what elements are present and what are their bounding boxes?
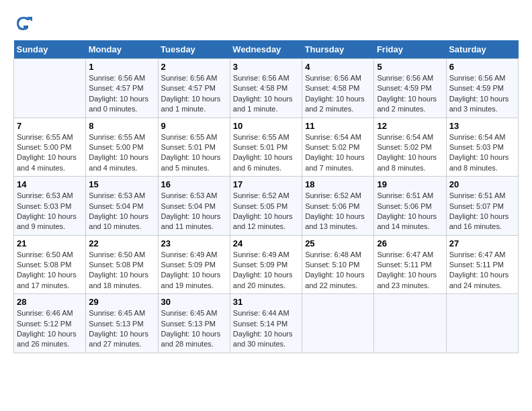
day-number: 12	[377, 121, 443, 131]
calendar-cell: 13Sunrise: 6:54 AMSunset: 5:03 PMDayligh…	[446, 118, 518, 177]
day-info: Sunrise: 6:54 AMSunset: 5:02 PMDaylight:…	[377, 132, 443, 174]
day-number: 15	[89, 179, 154, 189]
calendar-cell: 21Sunrise: 6:50 AMSunset: 5:08 PMDayligh…	[14, 235, 86, 294]
calendar-cell: 19Sunrise: 6:51 AMSunset: 5:06 PMDayligh…	[374, 177, 446, 236]
calendar-cell: 12Sunrise: 6:54 AMSunset: 5:02 PMDayligh…	[374, 118, 446, 177]
calendar-cell: 3Sunrise: 6:56 AMSunset: 4:58 PMDaylight…	[230, 59, 302, 118]
calendar-cell	[374, 294, 446, 353]
day-number: 16	[161, 179, 227, 189]
day-of-week-header: Sunday	[14, 40, 86, 59]
calendar-cell: 27Sunrise: 6:47 AMSunset: 5:11 PMDayligh…	[446, 235, 518, 294]
day-of-week-header: Monday	[86, 40, 158, 59]
day-info: Sunrise: 6:52 AMSunset: 5:06 PMDaylight:…	[305, 191, 371, 232]
day-number: 30	[161, 297, 227, 307]
calendar-cell: 10Sunrise: 6:55 AMSunset: 5:01 PMDayligh…	[230, 118, 302, 177]
calendar-week-row: 7Sunrise: 6:55 AMSunset: 5:00 PMDaylight…	[14, 118, 519, 177]
day-info: Sunrise: 6:53 AMSunset: 5:03 PMDaylight:…	[17, 191, 83, 232]
calendar-week-row: 14Sunrise: 6:53 AMSunset: 5:03 PMDayligh…	[14, 177, 519, 236]
calendar-cell: 29Sunrise: 6:45 AMSunset: 5:13 PMDayligh…	[86, 294, 158, 353]
day-info: Sunrise: 6:56 AMSunset: 4:57 PMDaylight:…	[89, 73, 154, 115]
day-number: 27	[449, 238, 515, 248]
day-of-week-header: Friday	[374, 40, 446, 59]
day-info: Sunrise: 6:56 AMSunset: 4:57 PMDaylight:…	[161, 73, 227, 115]
day-of-week-header: Thursday	[302, 40, 374, 59]
day-info: Sunrise: 6:50 AMSunset: 5:08 PMDaylight:…	[89, 250, 154, 291]
calendar-cell: 7Sunrise: 6:55 AMSunset: 5:00 PMDaylight…	[14, 118, 86, 177]
day-info: Sunrise: 6:55 AMSunset: 5:01 PMDaylight:…	[233, 132, 299, 174]
day-info: Sunrise: 6:45 AMSunset: 5:13 PMDaylight:…	[161, 308, 227, 350]
day-number: 21	[17, 238, 83, 248]
day-info: Sunrise: 6:51 AMSunset: 5:07 PMDaylight:…	[449, 191, 515, 232]
day-number: 9	[161, 121, 227, 131]
day-info: Sunrise: 6:51 AMSunset: 5:06 PMDaylight:…	[377, 191, 443, 232]
day-info: Sunrise: 6:47 AMSunset: 5:11 PMDaylight:…	[377, 250, 443, 291]
day-number: 25	[305, 238, 371, 248]
day-info: Sunrise: 6:52 AMSunset: 5:05 PMDaylight:…	[233, 191, 299, 232]
calendar-cell: 17Sunrise: 6:52 AMSunset: 5:05 PMDayligh…	[230, 177, 302, 236]
calendar-cell: 4Sunrise: 6:56 AMSunset: 4:58 PMDaylight…	[302, 59, 374, 118]
day-number: 22	[89, 238, 154, 248]
day-number: 24	[233, 238, 299, 248]
day-info: Sunrise: 6:50 AMSunset: 5:08 PMDaylight:…	[17, 250, 83, 291]
day-info: Sunrise: 6:49 AMSunset: 5:09 PMDaylight:…	[161, 250, 227, 291]
day-of-week-header: Tuesday	[158, 40, 230, 59]
calendar-cell: 1Sunrise: 6:56 AMSunset: 4:57 PMDaylight…	[86, 59, 158, 118]
day-number: 4	[305, 62, 371, 72]
day-number: 14	[17, 179, 83, 189]
calendar-week-row: 21Sunrise: 6:50 AMSunset: 5:08 PMDayligh…	[14, 235, 519, 294]
calendar-cell: 5Sunrise: 6:56 AMSunset: 4:59 PMDaylight…	[374, 59, 446, 118]
day-number: 11	[305, 121, 371, 131]
calendar-cell: 2Sunrise: 6:56 AMSunset: 4:57 PMDaylight…	[158, 59, 230, 118]
day-number: 3	[233, 62, 299, 72]
calendar-cell: 28Sunrise: 6:46 AMSunset: 5:12 PMDayligh…	[14, 294, 86, 353]
calendar-cell: 31Sunrise: 6:44 AMSunset: 5:14 PMDayligh…	[230, 294, 302, 353]
calendar-cell: 11Sunrise: 6:54 AMSunset: 5:02 PMDayligh…	[302, 118, 374, 177]
calendar-cell: 20Sunrise: 6:51 AMSunset: 5:07 PMDayligh…	[446, 177, 518, 236]
day-number: 19	[377, 179, 443, 189]
day-info: Sunrise: 6:55 AMSunset: 5:00 PMDaylight:…	[89, 132, 154, 174]
logo-icon	[13, 13, 34, 34]
day-info: Sunrise: 6:56 AMSunset: 4:58 PMDaylight:…	[233, 73, 299, 115]
calendar-cell: 6Sunrise: 6:56 AMSunset: 4:59 PMDaylight…	[446, 59, 518, 118]
day-info: Sunrise: 6:49 AMSunset: 5:09 PMDaylight:…	[233, 250, 299, 291]
day-number: 20	[449, 179, 515, 189]
calendar-cell: 18Sunrise: 6:52 AMSunset: 5:06 PMDayligh…	[302, 177, 374, 236]
calendar-cell: 15Sunrise: 6:53 AMSunset: 5:04 PMDayligh…	[86, 177, 158, 236]
day-info: Sunrise: 6:54 AMSunset: 5:03 PMDaylight:…	[449, 132, 515, 174]
calendar-cell: 14Sunrise: 6:53 AMSunset: 5:03 PMDayligh…	[14, 177, 86, 236]
day-info: Sunrise: 6:44 AMSunset: 5:14 PMDaylight:…	[233, 308, 299, 350]
calendar-header-row: SundayMondayTuesdayWednesdayThursdayFrid…	[14, 40, 519, 59]
calendar-cell: 24Sunrise: 6:49 AMSunset: 5:09 PMDayligh…	[230, 235, 302, 294]
calendar-cell: 23Sunrise: 6:49 AMSunset: 5:09 PMDayligh…	[158, 235, 230, 294]
calendar-week-row: 1Sunrise: 6:56 AMSunset: 4:57 PMDaylight…	[14, 59, 519, 118]
calendar-cell: 25Sunrise: 6:48 AMSunset: 5:10 PMDayligh…	[302, 235, 374, 294]
calendar-cell: 30Sunrise: 6:45 AMSunset: 5:13 PMDayligh…	[158, 294, 230, 353]
day-info: Sunrise: 6:53 AMSunset: 5:04 PMDaylight:…	[89, 191, 154, 232]
day-number: 1	[89, 62, 154, 72]
calendar-cell	[446, 294, 518, 353]
calendar-cell: 8Sunrise: 6:55 AMSunset: 5:00 PMDaylight…	[86, 118, 158, 177]
day-number: 18	[305, 179, 371, 189]
calendar-table: SundayMondayTuesdayWednesdayThursdayFrid…	[13, 40, 519, 353]
day-number: 31	[233, 297, 299, 307]
day-number: 7	[17, 121, 83, 131]
day-number: 26	[377, 238, 443, 248]
day-info: Sunrise: 6:55 AMSunset: 5:00 PMDaylight:…	[17, 132, 83, 174]
day-info: Sunrise: 6:56 AMSunset: 4:59 PMDaylight:…	[449, 73, 515, 115]
day-info: Sunrise: 6:53 AMSunset: 5:04 PMDaylight:…	[161, 191, 227, 232]
day-number: 28	[17, 297, 83, 307]
day-number: 6	[449, 62, 515, 72]
day-info: Sunrise: 6:54 AMSunset: 5:02 PMDaylight:…	[305, 132, 371, 174]
day-info: Sunrise: 6:46 AMSunset: 5:12 PMDaylight:…	[17, 308, 83, 350]
day-of-week-header: Saturday	[446, 40, 518, 59]
day-info: Sunrise: 6:45 AMSunset: 5:13 PMDaylight:…	[89, 308, 154, 350]
day-info: Sunrise: 6:55 AMSunset: 5:01 PMDaylight:…	[161, 132, 227, 174]
page-header	[13, 13, 519, 34]
day-number: 5	[377, 62, 443, 72]
day-number: 13	[449, 121, 515, 131]
calendar-cell: 22Sunrise: 6:50 AMSunset: 5:08 PMDayligh…	[86, 235, 158, 294]
logo	[13, 13, 36, 34]
day-number: 17	[233, 179, 299, 189]
day-number: 29	[89, 297, 154, 307]
day-of-week-header: Wednesday	[230, 40, 302, 59]
